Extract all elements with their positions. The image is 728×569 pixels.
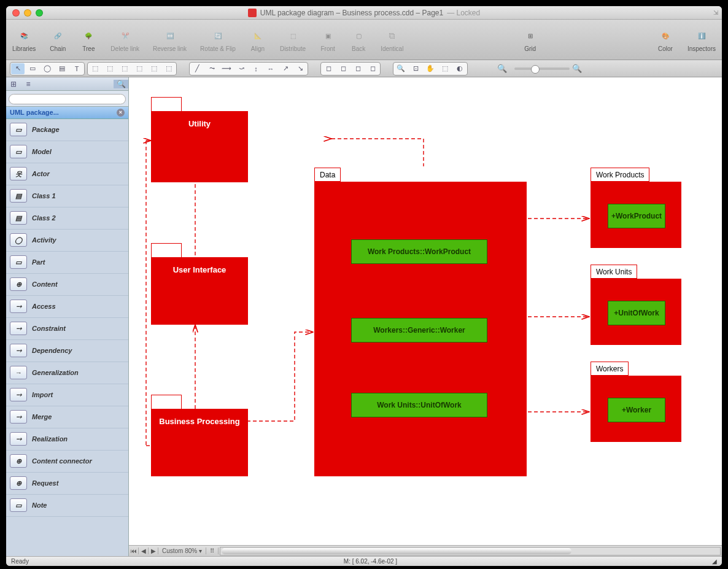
workproduct-class[interactable]: Work Products::WorkProduct: [351, 239, 487, 264]
sidebar-item[interactable]: ⊕Request: [6, 473, 128, 495]
class-label: +WorkProduct: [611, 212, 662, 220]
text-tool-icon[interactable]: T: [70, 63, 83, 74]
close-icon[interactable]: [12, 9, 20, 17]
sidebar-item[interactable]: ⤍Import: [6, 384, 128, 406]
resize-grip-icon[interactable]: ◢: [712, 558, 717, 565]
plus-workproduct-class[interactable]: +WorkProduct: [608, 204, 665, 228]
tree-button[interactable]: 🌳Tree: [80, 27, 97, 52]
prev-page-icon[interactable]: ◀: [139, 548, 149, 554]
zoom-icon[interactable]: [36, 9, 43, 17]
line-4-icon[interactable]: ⤻: [234, 63, 248, 74]
connector-5-icon[interactable]: ⬚: [147, 63, 161, 74]
line-6-icon[interactable]: ↔: [264, 63, 277, 74]
horizontal-scrollbar[interactable]: [220, 547, 721, 555]
first-page-icon[interactable]: ⏮: [129, 548, 139, 554]
reverse-link-button[interactable]: ↔️Reverse link: [153, 27, 187, 52]
sidebar-item[interactable]: ⤍Merge: [6, 406, 128, 428]
business-processing-package[interactable]: Business Processing: [151, 409, 248, 476]
next-page-icon[interactable]: ▶: [149, 548, 158, 554]
snap-1-icon[interactable]: ◻: [322, 63, 335, 74]
generic-worker-class[interactable]: Workers::Generic::Worker: [351, 318, 487, 343]
sidebar-item[interactable]: ▤Class 1: [6, 185, 128, 207]
color-button[interactable]: 🎨Color: [657, 27, 674, 52]
sidebar-item-label: Import: [32, 391, 53, 398]
minimize-icon[interactable]: [24, 9, 31, 17]
plus-worker-class[interactable]: +Worker: [608, 398, 665, 422]
user-interface-package[interactable]: User Interface: [151, 257, 248, 325]
library-tab[interactable]: UML package... ×: [6, 107, 128, 119]
snap-3-icon[interactable]: ◻: [351, 63, 365, 74]
sidebar-item[interactable]: ⊕Content connector: [6, 451, 128, 473]
align-button[interactable]: 📐Align: [249, 27, 266, 52]
sidebar-item[interactable]: ⊕Content: [6, 274, 128, 296]
libraries-button[interactable]: 📚Libraries: [12, 27, 36, 52]
connector-1-icon[interactable]: ⬚: [88, 63, 102, 74]
sidebar-item-label: Request: [32, 479, 58, 487]
zoom-in2-icon[interactable]: 🔍: [572, 64, 582, 73]
chain-button[interactable]: 🔗Chain: [49, 27, 66, 52]
zoom-in-icon[interactable]: 🔍: [394, 63, 408, 74]
misc-tool-icon[interactable]: ◐: [453, 63, 467, 74]
grid-button[interactable]: ⊞Grid: [522, 27, 539, 52]
ellipse-tool-icon[interactable]: ◯: [41, 63, 54, 74]
line-8-icon[interactable]: ↘: [293, 63, 307, 74]
sidebar-item[interactable]: →Generalization: [6, 362, 128, 384]
utility-package[interactable]: Utility: [151, 111, 248, 182]
search-view-icon[interactable]: 🔍: [114, 80, 128, 88]
sidebar-item-label: Note: [32, 501, 47, 509]
sidebar-item[interactable]: ▤Class 2: [6, 207, 128, 230]
canvas[interactable]: Utility User Interface Business Processi…: [129, 77, 722, 545]
sidebar-item-label: Realization: [32, 435, 68, 443]
locked-label: — Locked: [447, 9, 480, 17]
inspectors-button[interactable]: ℹ️Inspectors: [687, 27, 716, 52]
sidebar-item[interactable]: ▭Part: [6, 252, 128, 274]
rect-tool-icon[interactable]: ▭: [26, 63, 39, 74]
distribute-button[interactable]: ⬚Distribute: [280, 27, 306, 52]
snap-2-icon[interactable]: ◻: [336, 63, 350, 74]
sidebar-item-label: Access: [32, 303, 56, 310]
delete-link-button[interactable]: ✂️Delete link: [110, 27, 139, 52]
connector-2-icon[interactable]: ⬚: [103, 63, 117, 74]
zoom-slider[interactable]: [514, 68, 570, 70]
sidebar-item[interactable]: ▭Package: [6, 119, 128, 141]
zoom-out-icon[interactable]: 🔍: [497, 64, 507, 73]
pointer-tool-icon[interactable]: ↖: [11, 63, 25, 74]
identical-button[interactable]: ⿻Identical: [381, 27, 403, 52]
rotate-flip-button[interactable]: 🔄Rotate & Flip: [200, 27, 236, 52]
close-icon[interactable]: ×: [117, 109, 125, 117]
sidebar-item[interactable]: ⤍Dependency: [6, 340, 128, 362]
mouse-coords: M: [ 6.02, -4.6e-02 ]: [29, 558, 712, 565]
line-7-icon[interactable]: ↗: [279, 63, 292, 74]
sidebar-item[interactable]: ⤍Constraint: [6, 318, 128, 340]
zoom-fit-icon[interactable]: ⊡: [409, 63, 422, 74]
connector-3-icon[interactable]: ⬚: [118, 63, 131, 74]
resize-icon[interactable]: ⇲: [713, 9, 718, 16]
snap-4-icon[interactable]: ◻: [366, 63, 379, 74]
back-button[interactable]: ▢Back: [350, 27, 367, 52]
sidebar-item[interactable]: 웃Actor: [6, 163, 128, 185]
hand-icon[interactable]: ✋: [424, 63, 437, 74]
sidebar-item[interactable]: ◯Activity: [6, 230, 128, 252]
class-label: Work Units::UnitOfWork: [377, 401, 462, 409]
outline-view-icon[interactable]: ⊞: [6, 80, 21, 88]
class-label: +UnitOfWork: [614, 309, 659, 317]
line-1-icon[interactable]: ╱: [190, 63, 204, 74]
connector-4-icon[interactable]: ⬚: [133, 63, 146, 74]
table-tool-icon[interactable]: ▤: [55, 63, 69, 74]
crop-icon[interactable]: ⬚: [438, 63, 452, 74]
sidebar-item[interactable]: ▭Model: [6, 141, 128, 163]
sidebar-item[interactable]: ⤍Access: [6, 296, 128, 318]
line-5-icon[interactable]: ↕: [249, 63, 263, 74]
line-2-icon[interactable]: ⤳: [205, 63, 219, 74]
line-3-icon[interactable]: ⟿: [220, 63, 233, 74]
page-dots-icon[interactable]: ⠿: [206, 548, 219, 554]
search-input[interactable]: [9, 94, 126, 104]
connector-6-icon[interactable]: ⬚: [162, 63, 176, 74]
unitofwork-class[interactable]: Work Units::UnitOfWork: [351, 393, 487, 417]
plus-unitofwork-class[interactable]: +UnitOfWork: [608, 301, 665, 325]
zoom-display[interactable]: Custom 80% ▾: [158, 548, 206, 554]
sidebar-item[interactable]: ⤍Realization: [6, 428, 128, 451]
layers-view-icon[interactable]: ≡: [21, 80, 36, 88]
front-button[interactable]: ▣Front: [319, 27, 336, 52]
sidebar-item[interactable]: ▭Note: [6, 495, 128, 517]
